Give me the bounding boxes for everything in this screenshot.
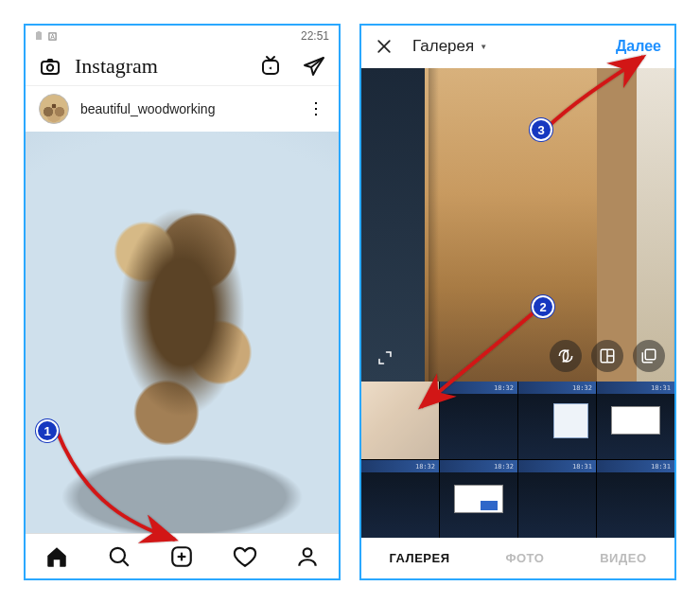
clock: 22:51 <box>301 29 329 43</box>
svg-rect-1 <box>38 31 41 32</box>
tab-photo[interactable]: ФОТО <box>505 551 544 565</box>
svg-line-8 <box>124 560 129 565</box>
photo-preview[interactable] <box>361 68 674 382</box>
thumb-1[interactable]: 18:32 <box>440 382 517 459</box>
direct-icon[interactable] <box>303 55 325 78</box>
igtv-icon[interactable] <box>259 55 282 78</box>
avatar[interactable] <box>39 94 69 124</box>
nav-add-icon[interactable] <box>169 544 194 569</box>
camera-icon[interactable] <box>39 55 61 78</box>
picker-header: Галерея ▼ Далее <box>361 26 674 68</box>
nav-activity-icon[interactable] <box>233 544 257 569</box>
svg-point-5 <box>47 64 53 70</box>
feed-header: Instagram <box>26 46 339 86</box>
instagram-logo[interactable]: Instagram <box>75 54 158 79</box>
nav-profile-icon[interactable] <box>295 544 320 569</box>
gallery-source-dropdown[interactable]: Галерея ▼ <box>412 37 487 56</box>
svg-point-7 <box>111 547 125 561</box>
phone-feed: A 22:51 Instagram beautiful_woodworking … <box>24 24 341 580</box>
next-button[interactable]: Далее <box>616 38 661 55</box>
nav-home-icon[interactable] <box>44 544 69 569</box>
svg-point-12 <box>304 548 312 557</box>
tab-gallery[interactable]: ГАЛЕРЕЯ <box>389 551 449 565</box>
thumb-3[interactable]: 18:31 <box>597 382 674 459</box>
thumb-5[interactable]: 18:32 <box>440 460 517 538</box>
expand-icon[interactable] <box>371 344 399 372</box>
post-image[interactable] <box>26 132 339 533</box>
svg-text:A: A <box>50 32 55 39</box>
svg-rect-18 <box>645 349 656 360</box>
status-dot-icon: A <box>48 32 57 41</box>
chevron-down-icon: ▼ <box>480 43 487 51</box>
battery-small-icon <box>35 31 43 41</box>
username-label[interactable]: beautiful_woodworking <box>80 101 215 116</box>
bottom-nav <box>26 533 339 578</box>
tab-video[interactable]: ВИДЕО <box>600 551 646 565</box>
svg-rect-0 <box>36 32 42 40</box>
gallery-source-label: Галерея <box>412 37 474 56</box>
thumbnail-grid: 18:32 18:32 18:31 18:32 18:32 18:31 18:3… <box>361 382 674 538</box>
close-icon[interactable] <box>375 37 394 56</box>
boomerang-icon[interactable] <box>550 340 582 372</box>
thumb-7[interactable]: 18:31 <box>597 460 674 538</box>
thumb-4[interactable]: 18:32 <box>361 460 439 538</box>
thumb-6[interactable]: 18:31 <box>518 460 596 538</box>
multi-select-icon[interactable] <box>633 340 665 372</box>
thumb-2[interactable]: 18:32 <box>518 382 596 459</box>
svg-rect-4 <box>42 62 59 74</box>
picker-tabs: ГАЛЕРЕЯ ФОТО ВИДЕО <box>361 538 674 578</box>
post-header: beautiful_woodworking ⋯ <box>26 86 339 132</box>
nav-search-icon[interactable] <box>107 544 131 569</box>
status-bar: A 22:51 <box>26 26 339 46</box>
layout-icon[interactable] <box>591 340 623 372</box>
phone-picker: Галерея ▼ Далее 18:32 18:32 18:31 <box>359 24 676 580</box>
thumb-0[interactable] <box>361 382 439 459</box>
